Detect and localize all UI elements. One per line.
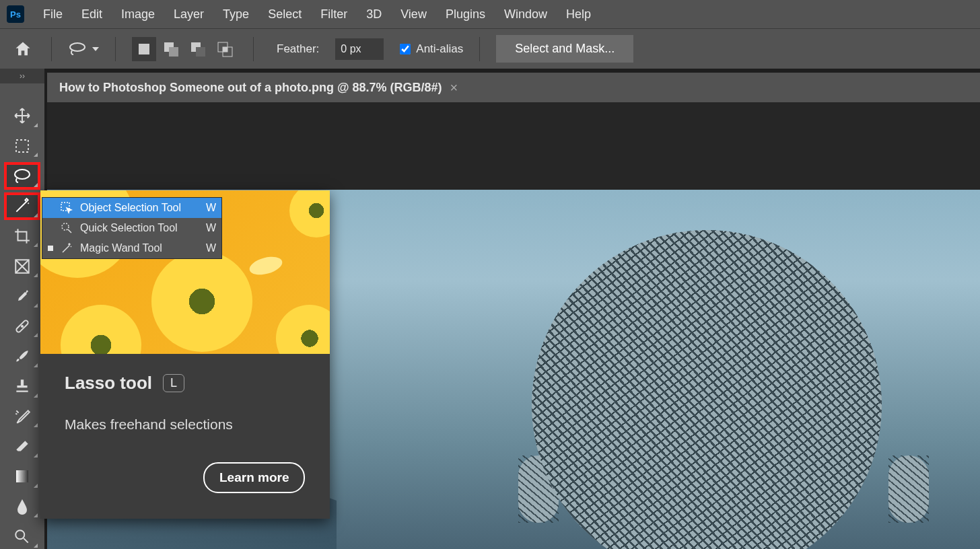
divider	[479, 37, 480, 61]
menu-window[interactable]: Window	[504, 7, 547, 22]
chevron-down-icon	[92, 47, 99, 51]
menu-help[interactable]: Help	[566, 7, 591, 22]
lasso-icon	[68, 42, 87, 57]
flyout-magic-wand[interactable]: Magic Wand Tool W	[42, 238, 221, 258]
menu-edit[interactable]: Edit	[81, 7, 102, 22]
svg-rect-9	[16, 140, 28, 152]
menubar: Ps File Edit Image Layer Type Select Fil…	[0, 0, 980, 28]
eraser-icon	[13, 438, 31, 455]
feather-input[interactable]	[335, 38, 384, 60]
antialias-label: Anti-alias	[416, 42, 463, 56]
history-brush-icon	[13, 408, 31, 425]
selection-new[interactable]	[132, 37, 156, 61]
intersect-icon	[217, 41, 233, 57]
antialias-checkbox[interactable]: Anti-alias	[400, 42, 463, 56]
eyedropper-tool[interactable]	[5, 284, 39, 309]
square-icon	[137, 42, 151, 57]
tools-panel	[0, 83, 44, 549]
marquee-tool[interactable]	[5, 134, 39, 159]
frame-icon	[13, 258, 31, 275]
move-tool[interactable]	[5, 104, 39, 129]
svg-point-15	[15, 530, 24, 539]
object-selection-icon	[60, 201, 73, 215]
marquee-icon	[14, 138, 30, 154]
svg-point-13	[22, 326, 23, 327]
quick-selection-icon	[60, 221, 73, 235]
feather-label: Feather:	[277, 42, 319, 56]
svg-rect-14	[16, 470, 28, 482]
flyout-quick-selection[interactable]: Quick Selection Tool W	[42, 218, 221, 238]
move-icon	[13, 107, 31, 124]
selection-mode-group	[132, 37, 237, 61]
ps-logo-icon: Ps	[7, 5, 24, 23]
select-and-mask-button[interactable]: Select and Mask...	[496, 35, 633, 63]
add-icon	[163, 41, 179, 57]
divider	[253, 37, 254, 61]
wand-icon	[13, 197, 31, 215]
blur-tool[interactable]	[5, 495, 39, 519]
close-tab-button[interactable]: ×	[450, 80, 458, 96]
selection-intersect[interactable]	[213, 37, 237, 61]
drop-icon	[15, 498, 30, 515]
divider	[115, 37, 116, 61]
bandage-icon	[13, 318, 31, 335]
active-dot-icon	[48, 246, 53, 251]
lasso-tool[interactable]	[5, 163, 39, 188]
menu-type[interactable]: Type	[223, 7, 249, 22]
tooltip-description: Makes freehand selections	[65, 416, 306, 433]
clone-stamp-tool[interactable]	[5, 374, 39, 399]
svg-point-17	[62, 223, 69, 230]
divider	[51, 37, 52, 61]
tool-preset[interactable]	[68, 42, 99, 57]
brush-icon	[13, 348, 31, 365]
gradient-tool[interactable]	[5, 464, 39, 489]
crop-tool[interactable]	[5, 224, 39, 249]
home-icon	[13, 40, 32, 59]
options-bar: Feather: Anti-alias Select and Mask...	[0, 28, 980, 69]
menu-3d[interactable]: 3D	[366, 7, 382, 22]
gradient-icon	[14, 468, 30, 484]
menu-file[interactable]: File	[43, 7, 63, 22]
frame-tool[interactable]	[5, 254, 39, 279]
brush-tool[interactable]	[5, 344, 39, 369]
expand-panels-button[interactable]: ››	[0, 69, 44, 83]
eraser-tool[interactable]	[5, 434, 39, 459]
svg-rect-5	[196, 47, 205, 57]
crop-icon	[13, 227, 31, 245]
healing-brush-tool[interactable]	[5, 314, 39, 339]
tooltip-shortcut: L	[163, 374, 184, 392]
menu-image[interactable]: Image	[121, 7, 155, 22]
document-tab[interactable]: How to Photoshop Someone out of a photo.…	[59, 81, 442, 95]
stamp-icon	[13, 377, 31, 395]
antialias-input[interactable]	[400, 44, 411, 54]
home-button[interactable]	[11, 36, 35, 63]
dodge-icon	[13, 528, 31, 546]
menu-select[interactable]: Select	[268, 7, 302, 22]
tooltip-title: Lasso tool L	[65, 373, 306, 394]
svg-point-0	[70, 43, 85, 51]
selection-add[interactable]	[159, 37, 183, 61]
magic-wand-icon	[60, 242, 73, 255]
menu-filter[interactable]: Filter	[320, 7, 347, 22]
lasso-icon	[13, 168, 32, 184]
svg-rect-3	[169, 47, 178, 57]
flyout-object-selection[interactable]: Object Selection Tool W	[42, 198, 221, 218]
history-brush-tool[interactable]	[5, 404, 39, 429]
menu-layer[interactable]: Layer	[174, 7, 204, 22]
svg-rect-8	[223, 47, 228, 52]
document-tab-bar: How to Photoshop Someone out of a photo.…	[47, 73, 980, 102]
eyedropper-icon	[14, 288, 30, 304]
learn-more-button[interactable]: Learn more	[203, 462, 305, 493]
tool-flyout-menu: Object Selection Tool W Quick Selection …	[42, 197, 222, 259]
svg-rect-1	[139, 44, 149, 54]
selection-subtract[interactable]	[186, 37, 210, 61]
menu-plugins[interactable]: Plugins	[446, 7, 485, 22]
subtract-icon	[190, 41, 206, 57]
dodge-tool[interactable]	[5, 524, 39, 549]
menu-view[interactable]: View	[400, 7, 427, 22]
magic-wand-tool[interactable]	[5, 194, 39, 219]
svg-point-10	[15, 170, 30, 179]
